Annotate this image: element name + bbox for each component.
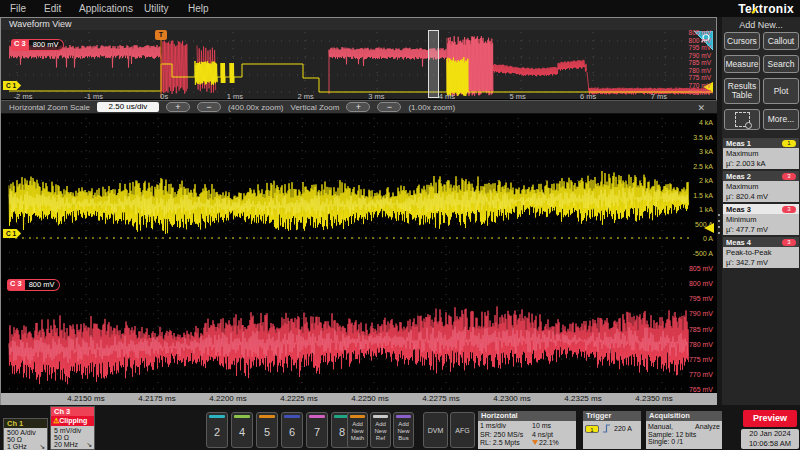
measurement-title: Meas 3 [726, 205, 751, 214]
results-table-button[interactable]: Results Table [724, 78, 760, 104]
horizontal-panel[interactable]: Horizontal 1 ms/div10 ms SR: 250 MS/s4 n… [478, 411, 576, 449]
vertical-zoom-label: Vertical Zoom [291, 103, 340, 112]
trigger-panel[interactable]: Trigger 1 220 A [583, 411, 641, 449]
time-tick: 4.2350 ms [629, 393, 679, 405]
main-ch3-label[interactable]: C 3 800 mV [7, 279, 60, 291]
measurement-stat: Peak-to-Peak [726, 248, 796, 258]
add-new-button[interactable]: Add New Ref [370, 412, 391, 448]
measurement-tile[interactable]: Meas 3 3 Minimum µ': 477.7 mV [723, 204, 799, 235]
vzoom-factor: (1.00x zoom) [408, 103, 455, 112]
overview-ch3-level-arrow[interactable] [703, 82, 713, 92]
horizontal-zoom-value[interactable]: 2.50 us/div [97, 102, 159, 112]
measurement-value: µ': 477.7 mV [726, 225, 796, 235]
channel-number: 2 [207, 426, 227, 438]
time-tick: 4.2200 ms [203, 393, 253, 405]
measurement-title: Meas 1 [726, 139, 751, 148]
measurement-source-badge: 3 [782, 173, 796, 180]
menu-edit[interactable]: Edit [44, 3, 61, 14]
overview-waveform-canvas[interactable] [9, 30, 713, 98]
measurement-header[interactable]: Meas 2 3 [723, 171, 799, 181]
bottom-status-bar: Ch 1 500 A/div 50 Ω 1 GHz ↘ Ch 3 ⚠Clippi… [0, 405, 800, 450]
main-time-axis-bar: 4.2150 ms4.2175 ms4.2200 ms4.2225 ms4.22… [1, 393, 717, 405]
dvm-button[interactable]: DVM [423, 412, 448, 448]
channel-button[interactable]: 4 [231, 412, 253, 448]
main-ch1-level-arrow[interactable] [704, 223, 714, 233]
ch1-settings: 500 A/div 50 Ω 1 GHz ↘ [4, 428, 47, 450]
add-new-button[interactable]: Add New Math [347, 412, 368, 448]
horizontal-settings: 1 ms/div10 ms SR: 250 MS/s4 ns/pt RL: 2.… [478, 421, 576, 449]
time-tick: 4.2325 ms [558, 393, 608, 405]
measurement-title: Meas 4 [726, 238, 751, 247]
hzoom-minus-button[interactable]: − [197, 102, 221, 112]
ch1-expand-icon: ↘ [39, 443, 45, 450]
ch3-title: Ch 3 [51, 407, 94, 416]
acquisition-settings: Manual,Analyze Sample: 12 bits Single: 0… [646, 421, 722, 449]
add-new-row: Add New Math Add New Ref Add New Bus [347, 412, 414, 448]
menu-bar: File Edit Applications Utility Help Tekt… [0, 0, 800, 17]
cursors-button[interactable]: Cursors [724, 32, 760, 50]
zoom-box-button[interactable] [724, 109, 760, 130]
channel-color-stripe [234, 415, 250, 418]
preview-button[interactable]: Preview [743, 410, 797, 427]
plot-button[interactable]: Plot [763, 78, 799, 104]
measurement-source-badge: 3 [782, 239, 796, 246]
trigger-source-badge: 1 [585, 425, 599, 433]
menu-file[interactable]: File [10, 3, 26, 14]
tektronix-logo: Tektronix [738, 2, 794, 16]
datetime-display[interactable]: 20 Jan 2024 10:06:58 AM [741, 429, 799, 449]
callout-button[interactable]: Callout [763, 32, 799, 50]
ch3-clipping-warning: ⚠Clipping [51, 416, 94, 426]
overview-ch3-label[interactable]: C 3 800 mV [11, 39, 64, 51]
zoom-scale-bar: Horizontal Zoom Scale 2.50 us/div + − (4… [1, 100, 717, 114]
channel-number: 7 [307, 426, 327, 438]
zoom-box-icon [735, 112, 750, 127]
add-new-header: Add New... [722, 20, 800, 30]
add-new-label: Add New Ref [371, 421, 390, 442]
search-button[interactable]: Search [763, 55, 799, 73]
hzoom-plus-button[interactable]: + [166, 102, 190, 112]
vzoom-minus-button[interactable]: − [377, 102, 401, 112]
add-new-label: Add New Math [348, 421, 367, 442]
ch1-title: Ch 1 [4, 419, 47, 428]
tab-waveform-view[interactable]: Waveform View [9, 19, 72, 29]
channel-button[interactable]: 5 [256, 412, 278, 448]
measurement-header[interactable]: Meas 1 1 [723, 138, 799, 148]
zoom-selection-window[interactable] [428, 30, 439, 98]
channel-number: 6 [282, 426, 302, 438]
horizontal-zoom-label: Horizontal Zoom Scale [9, 103, 90, 112]
channel-color-stripe [284, 415, 300, 418]
ch3-badge[interactable]: Ch 3 ⚠Clipping 5 mV/div 50 Ω 20 MHz ↘ [50, 406, 95, 450]
overview-zoom-icon[interactable] [693, 31, 713, 51]
measurement-tile[interactable]: Meas 4 3 Peak-to-Peak µ': 342.7 mV [723, 237, 799, 268]
trigger-title: Trigger [583, 411, 641, 421]
measurement-tile[interactable]: Meas 2 3 Maximum µ': 820.4 mV [723, 171, 799, 202]
time-value: 10:06:58 AM [741, 439, 799, 449]
main-waveform-canvas[interactable] [1, 114, 717, 393]
more-button[interactable]: More... [763, 109, 799, 130]
measurement-tile[interactable]: Meas 1 1 Maximum µ': 2.003 kA [723, 138, 799, 169]
main-waveform-view[interactable]: 4 kA3.5 kA3 kA2.5 kA2 kA1.5 kA1 kA500 A0… [1, 114, 717, 393]
add-new-label: Add New Bus [394, 421, 413, 442]
measurement-header[interactable]: Meas 3 3 [723, 204, 799, 214]
menu-applications[interactable]: Applications [79, 3, 133, 14]
ch3-expand-icon: ↘ [86, 441, 92, 448]
measurement-source-badge: 3 [782, 206, 796, 213]
acquisition-panel[interactable]: Acquisition Manual,Analyze Sample: 12 bi… [646, 411, 722, 449]
channel-button[interactable]: 2 [206, 412, 228, 448]
zoom-close-icon[interactable]: ✕ [697, 103, 705, 113]
channel-button[interactable]: 6 [281, 412, 303, 448]
add-new-button[interactable]: Add New Bus [393, 412, 414, 448]
trigger-flag[interactable]: T [155, 30, 167, 40]
channel-color-stripe [209, 415, 225, 418]
menu-help[interactable]: Help [188, 3, 209, 14]
measure-button[interactable]: Measure [724, 55, 760, 73]
vzoom-plus-button[interactable]: + [346, 102, 370, 112]
measurement-stat: Minimum [726, 215, 796, 225]
rising-edge-icon [602, 424, 611, 433]
measurement-header[interactable]: Meas 4 3 [723, 237, 799, 247]
afg-button[interactable]: AFG [450, 412, 475, 448]
divider-grip-handle[interactable] [717, 212, 721, 238]
channel-button[interactable]: 7 [306, 412, 328, 448]
ch1-badge[interactable]: Ch 1 500 A/div 50 Ω 1 GHz ↘ [3, 418, 48, 450]
menu-utility[interactable]: Utility [144, 3, 168, 14]
